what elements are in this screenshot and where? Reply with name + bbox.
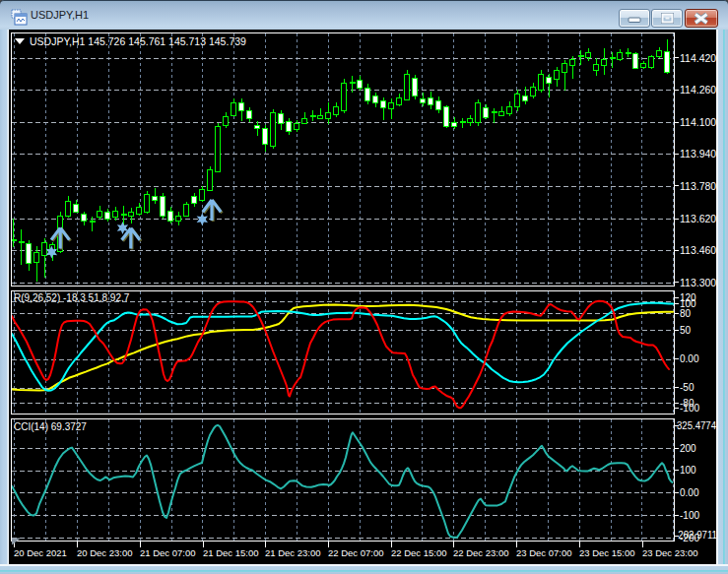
svg-text:114.260: 114.260	[680, 84, 716, 96]
svg-text:114.420: 114.420	[680, 52, 716, 64]
svg-text:100: 100	[680, 465, 696, 476]
svg-text:-100: -100	[680, 403, 699, 414]
svg-text:-50: -50	[680, 382, 695, 393]
svg-text:20 Dec 23:00: 20 Dec 23:00	[77, 547, 133, 558]
svg-text:113.620: 113.620	[680, 213, 716, 224]
svg-text:CCI(14) 69.3727: CCI(14) 69.3727	[14, 421, 87, 432]
svg-text:113.780: 113.780	[680, 180, 716, 192]
svg-text:23 Dec 23:00: 23 Dec 23:00	[642, 547, 698, 558]
svg-text:0.00: 0.00	[680, 487, 699, 498]
svg-text:50: 50	[680, 325, 692, 336]
svg-text:20 Dec 2021: 20 Dec 2021	[14, 547, 67, 558]
svg-text:-100: -100	[680, 510, 699, 521]
svg-text:USDJPY,H1 145.726 145.761 145: USDJPY,H1 145.726 145.761 145.713 145.73…	[30, 35, 246, 47]
svg-text:23 Dec 07:00: 23 Dec 07:00	[516, 547, 572, 558]
svg-text:113.300: 113.300	[680, 277, 716, 288]
svg-text:0.00: 0.00	[680, 353, 699, 364]
svg-text:113.940: 113.940	[680, 148, 716, 159]
svg-text:21 Dec 23:00: 21 Dec 23:00	[265, 547, 321, 558]
svg-text:80: 80	[680, 308, 692, 319]
svg-text:113.460: 113.460	[680, 244, 716, 256]
svg-text:200: 200	[680, 443, 696, 454]
svg-text:23 Dec 15:00: 23 Dec 15:00	[579, 547, 635, 558]
svg-text:22 Dec 15:00: 22 Dec 15:00	[391, 547, 447, 558]
svg-text:325.4774: 325.4774	[677, 420, 716, 431]
svg-text:21 Dec 15:00: 21 Dec 15:00	[203, 547, 259, 558]
svg-text:22 Dec 23:00: 22 Dec 23:00	[453, 547, 509, 558]
svg-text:114.100: 114.100	[680, 116, 716, 128]
svg-text:-202.9711: -202.9711	[675, 530, 717, 541]
svg-text:R(9,26,52) -18.3 51.8 92.7: R(9,26,52) -18.3 51.8 92.7	[14, 292, 130, 303]
svg-text:22 Dec 07:00: 22 Dec 07:00	[328, 547, 384, 558]
svg-text:21 Dec 07:00: 21 Dec 07:00	[140, 547, 196, 558]
